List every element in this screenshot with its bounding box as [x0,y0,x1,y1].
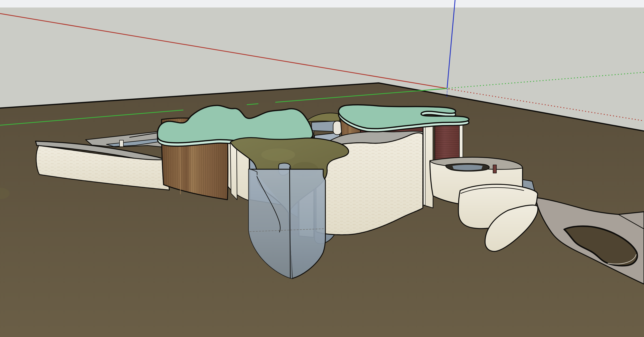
brick-column-small[interactable] [493,165,496,173]
3d-viewport[interactable] [0,0,644,337]
top-strip [0,0,644,7]
round-column[interactable] [333,121,342,135]
grass-mottle-1 [261,148,295,161]
white-column-blade[interactable] [423,123,425,205]
opening-glass [452,165,483,170]
white-pillar[interactable] [120,140,124,147]
